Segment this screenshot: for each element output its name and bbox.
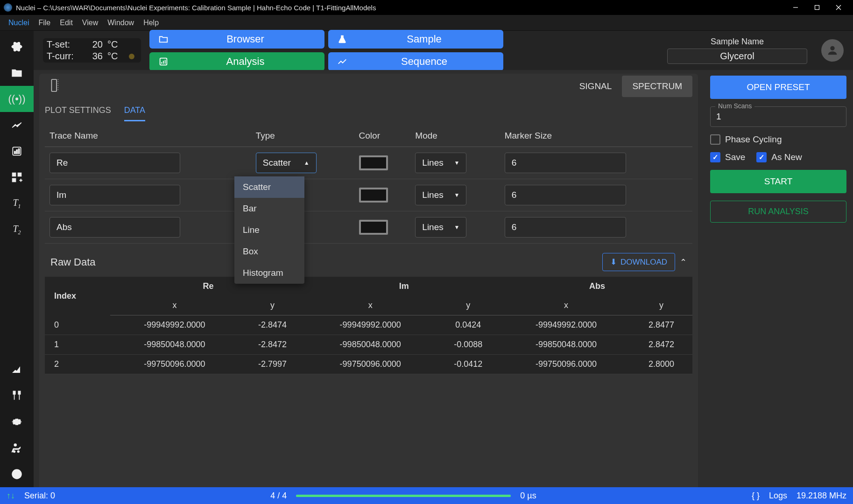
download-button[interactable]: ⬇ DOWNLOAD — [602, 253, 675, 271]
rail-atom-icon[interactable] — [0, 34, 34, 60]
rail-chart-icon[interactable] — [0, 112, 34, 138]
svg-text:+: + — [19, 177, 22, 183]
num-scans-field: Num Scans — [710, 106, 846, 127]
raw-data-table: Index Re Im Abs x y x y x — [45, 277, 692, 374]
type-option[interactable]: Scatter — [234, 176, 304, 198]
svg-rect-11 — [18, 149, 20, 154]
rail-t2-icon[interactable]: T2 — [0, 217, 34, 243]
svg-point-7 — [16, 46, 17, 47]
color-swatch[interactable] — [359, 188, 388, 203]
tab-browser[interactable]: Browser — [149, 30, 324, 49]
tab-plot-settings[interactable]: PLOT SETTINGS — [45, 105, 111, 121]
col-trace-name: Trace Name — [45, 125, 251, 147]
temperature-box: T-set: 20 °C T-curr: 36 °C — [43, 38, 141, 63]
type-option[interactable]: Line — [234, 219, 304, 241]
type-option[interactable]: Box — [234, 241, 304, 262]
open-preset-button[interactable]: OPEN PRESET — [710, 76, 846, 99]
right-panel: OPEN PRESET Num Scans Phase Cycling Save — [704, 70, 853, 487]
progress-bar — [296, 495, 511, 497]
rail-grid-add-icon[interactable]: + — [0, 164, 34, 190]
svg-rect-1 — [815, 6, 819, 10]
save-checkbox[interactable] — [710, 152, 720, 162]
tab-data[interactable]: DATA — [124, 105, 145, 121]
sample-name-input[interactable] — [667, 49, 807, 64]
sample-name-block: Sample Name — [667, 37, 807, 64]
rail-t1-icon[interactable]: T1 — [0, 190, 34, 217]
phase-cycling-checkbox[interactable] — [710, 134, 720, 145]
logs-label[interactable]: Logs — [769, 491, 787, 501]
close-button[interactable] — [828, 0, 849, 15]
tab-sequence[interactable]: Sequence — [328, 52, 503, 71]
sync-icon[interactable]: ↑↓ — [7, 491, 15, 501]
elapsed-time: 0 µs — [520, 491, 536, 501]
rail-tune-icon[interactable] — [0, 383, 34, 409]
app-icon — [4, 3, 12, 12]
marker-size-input[interactable] — [505, 185, 626, 205]
t-set-label: T-set: — [47, 39, 79, 50]
rail-baby-icon[interactable] — [0, 435, 34, 461]
rail-settings-icon[interactable] — [0, 409, 34, 435]
menu-help[interactable]: Help — [139, 19, 163, 27]
start-button[interactable]: START — [710, 170, 846, 193]
svg-rect-10 — [16, 150, 18, 154]
trace-mode-select[interactable]: Lines▼ — [415, 217, 466, 238]
tab-sample[interactable]: Sample — [328, 30, 503, 49]
window-titlebar: Nuclei – C:\Users\WAR\Documents\Nuclei E… — [0, 0, 853, 15]
line-chart-icon — [334, 56, 351, 67]
color-swatch[interactable] — [359, 220, 388, 235]
marker-size-input[interactable] — [505, 217, 626, 238]
rail-dig-icon[interactable] — [0, 357, 34, 383]
rail-folder-icon[interactable] — [0, 60, 34, 86]
maximize-button[interactable] — [806, 0, 828, 15]
svg-point-20 — [14, 444, 16, 446]
menu-view[interactable]: View — [78, 19, 103, 27]
trace-mode-select[interactable]: Lines▼ — [415, 185, 466, 205]
menu-window[interactable]: Window — [103, 19, 139, 27]
col-index: Index — [45, 277, 110, 315]
type-option[interactable]: Bar — [234, 198, 304, 219]
t-set-value[interactable]: 20 — [84, 39, 103, 50]
rail-help-icon[interactable] — [0, 461, 34, 487]
menu-file[interactable]: File — [34, 19, 55, 27]
logs-icon[interactable]: { } — [752, 491, 760, 501]
trace-row: Lines▼ — [45, 211, 692, 244]
color-swatch[interactable] — [359, 155, 388, 170]
run-analysis-button[interactable]: RUN ANALYSIS — [710, 201, 846, 223]
svg-rect-14 — [12, 178, 16, 182]
menu-brand[interactable]: Nuclei — [4, 19, 34, 27]
type-option[interactable]: Histogram — [234, 262, 304, 284]
svg-point-24 — [16, 476, 17, 477]
raw-data-title: Raw Data — [50, 256, 602, 268]
chevron-down-icon: ▼ — [454, 224, 459, 231]
trace-mode-select[interactable]: Lines▼ — [415, 153, 466, 173]
collapse-up-icon[interactable]: ⌃ — [680, 257, 687, 267]
menu-edit[interactable]: Edit — [55, 19, 78, 27]
user-avatar-icon[interactable] — [821, 39, 844, 62]
as-new-checkbox[interactable] — [756, 152, 767, 162]
data-row: 1 -99850048.0000 -2.8472 -99850048.0000 … — [45, 335, 692, 355]
t-set-unit: °C — [107, 39, 121, 50]
panel-collapse-icon[interactable] — [45, 78, 66, 95]
menubar: Nuclei File Edit View Window Help — [0, 15, 853, 31]
as-new-label: As New — [771, 152, 802, 162]
num-scans-label: Num Scans — [715, 102, 754, 110]
rail-analysis-icon[interactable] — [0, 138, 34, 164]
trace-type-select[interactable]: Scatter▲ — [256, 153, 317, 173]
view-signal-button[interactable]: SIGNAL — [569, 76, 622, 97]
col-marker: Marker Size — [500, 125, 692, 147]
minimize-button[interactable] — [785, 0, 806, 15]
trace-name-input[interactable] — [49, 185, 180, 205]
trace-name-input[interactable] — [49, 217, 180, 238]
download-icon: ⬇ — [610, 257, 617, 267]
data-row: 2 -99750096.0000 -2.7997 -99750096.0000 … — [45, 355, 692, 374]
num-scans-input[interactable] — [716, 112, 840, 122]
trace-row: Lines▼ — [45, 179, 692, 211]
left-rail: ((•)) + T1 T2 — [0, 31, 34, 487]
marker-size-input[interactable] — [505, 153, 626, 173]
view-spectrum-button[interactable]: SPECTRUM — [622, 76, 692, 97]
svg-rect-28 — [165, 60, 166, 63]
tab-analysis[interactable]: Analysis — [149, 52, 324, 71]
trace-name-input[interactable] — [49, 153, 180, 173]
type-dropdown[interactable]: Scatter Bar Line Box Histogram — [234, 176, 304, 284]
rail-signal-icon[interactable]: ((•)) — [0, 86, 34, 112]
